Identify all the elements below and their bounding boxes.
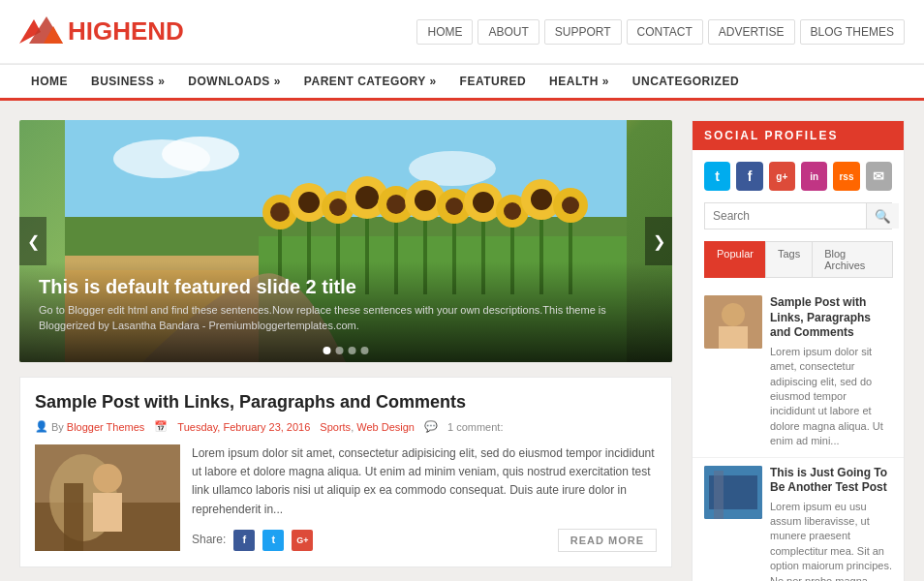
svg-point-5: [162, 137, 239, 171]
article-body: Lorem ipsum dolor sit amet, consectetur …: [35, 444, 657, 552]
article-meta: 👤 By Blogger Themes 📅 Tuesday, February …: [35, 420, 657, 433]
svg-point-26: [298, 192, 320, 213]
main-nav: HOME BUSINESS » DOWNLOADS » PARENT CATEG…: [0, 64, 924, 101]
top-nav-contact[interactable]: CONTACT: [627, 19, 703, 45]
slider-prev-button[interactable]: ❮: [19, 217, 46, 265]
nav-business[interactable]: BUSINESS »: [79, 65, 176, 98]
svg-rect-54: [719, 326, 748, 349]
article-tags: Sports, Web Design: [320, 421, 415, 433]
nav-downloads[interactable]: DOWNLOADS »: [176, 65, 293, 98]
svg-point-42: [531, 189, 552, 210]
nav-parent-category[interactable]: PARENT CATEGORY »: [293, 65, 448, 98]
search-box: 🔍: [704, 202, 892, 229]
share-googleplus-button[interactable]: G+: [292, 530, 313, 551]
tag-sports[interactable]: Sports: [320, 421, 351, 433]
search-input[interactable]: [705, 203, 866, 229]
svg-point-32: [386, 195, 406, 214]
top-nav: HOME ABOUT SUPPORT CONTACT ADVERTISE BLO…: [416, 19, 905, 45]
author-link[interactable]: Blogger Themes: [67, 421, 145, 433]
logo[interactable]: HIGHEND: [19, 15, 184, 48]
slider-description: Go to Blogger edit html and find these s…: [39, 303, 653, 333]
slider-dots: [323, 347, 369, 354]
share-twitter-button[interactable]: t: [262, 530, 284, 551]
slider-next-button[interactable]: ❯: [645, 217, 672, 265]
svg-rect-48: [64, 483, 83, 551]
article-thumbnail: [35, 444, 180, 551]
sidebar-post-1: Sample Post with Links, Paragraphs and C…: [693, 288, 904, 458]
top-nav-blog-themes[interactable]: BLOG THEMES: [800, 19, 905, 45]
user-icon: 👤: [35, 420, 48, 433]
article-comments[interactable]: 1 comment:: [447, 421, 503, 433]
main-content: ❮ ❯ This is default featured slide 2 tit…: [19, 120, 672, 581]
nav-featured[interactable]: FEATURED: [448, 65, 538, 98]
top-header: HIGHEND HOME ABOUT SUPPORT CONTACT ADVER…: [0, 0, 924, 64]
slider-title: This is default featured slide 2 title: [39, 276, 653, 298]
tag-webdesign[interactable]: Web Design: [356, 421, 415, 433]
tabs-row: Popular Tags Blog Archives: [704, 241, 892, 278]
svg-point-44: [562, 197, 579, 214]
social-facebook[interactable]: f: [736, 162, 762, 191]
slider-dot-1[interactable]: [323, 347, 331, 354]
svg-point-50: [93, 464, 122, 493]
nav-home[interactable]: HOME: [19, 65, 79, 98]
slider-dot-4[interactable]: [361, 347, 369, 354]
svg-point-53: [722, 303, 745, 326]
article-date-icon: 📅: [154, 420, 168, 433]
social-instagram[interactable]: in: [801, 162, 827, 191]
article-title[interactable]: Sample Post with Links, Paragraphs and C…: [35, 392, 657, 413]
social-email[interactable]: ✉: [866, 162, 892, 191]
sidebar: SOCIAL PROFILES t f g+ in rss ✉ 🔍 Popula…: [692, 120, 905, 581]
search-button[interactable]: 🔍: [866, 203, 899, 229]
svg-point-40: [504, 202, 521, 220]
svg-point-38: [473, 192, 494, 213]
social-profiles-header: SOCIAL PROFILES: [693, 121, 904, 150]
article-comments-icon: 💬: [424, 420, 438, 433]
sidebar-post-1-thumb: [704, 295, 762, 349]
svg-point-36: [446, 198, 463, 215]
logo-text: HIGHEND: [68, 16, 184, 46]
sidebar-post-2-info: This is Just Going To Be Another Test Po…: [770, 466, 892, 581]
sidebar-post-2-desc: Lorem ipsum eu usu assum liberavisse, ut…: [770, 500, 892, 581]
tab-tags[interactable]: Tags: [765, 241, 813, 278]
social-gplus[interactable]: g+: [769, 162, 795, 191]
share-label: Share:: [192, 531, 226, 549]
article-author: 👤 By Blogger Themes: [35, 420, 144, 433]
svg-rect-57: [714, 471, 724, 519]
top-nav-about[interactable]: ABOUT: [477, 19, 539, 45]
sidebar-post-2-title[interactable]: This is Just Going To Be Another Test Po…: [770, 466, 892, 496]
logo-icon: [19, 15, 63, 48]
svg-point-34: [415, 190, 436, 211]
sidebar-post-2-thumb: [704, 466, 762, 519]
svg-rect-51: [93, 493, 122, 532]
article-text: Lorem ipsum dolor sit amet, consectetur …: [192, 444, 657, 552]
sidebar-post-1-desc: Lorem ipsum dolor sit amet, consectetur …: [770, 345, 892, 449]
slider: ❮ ❯ This is default featured slide 2 tit…: [19, 120, 672, 362]
top-nav-support[interactable]: SUPPORT: [544, 19, 622, 45]
social-profiles-section: SOCIAL PROFILES t f g+ in rss ✉ 🔍 Popula…: [692, 120, 905, 581]
slider-dot-3[interactable]: [349, 347, 356, 354]
social-twitter[interactable]: t: [704, 162, 730, 191]
sidebar-post-2: This is Just Going To Be Another Test Po…: [693, 458, 904, 581]
tab-blog-archives[interactable]: Blog Archives: [812, 241, 893, 278]
read-more-button[interactable]: READ MORE: [558, 529, 657, 552]
svg-point-24: [270, 202, 290, 222]
top-nav-advertise[interactable]: ADVERTISE: [708, 19, 795, 45]
top-nav-home[interactable]: HOME: [416, 19, 473, 45]
slider-dot-2[interactable]: [336, 347, 344, 354]
article: Sample Post with Links, Paragraphs and C…: [19, 377, 672, 567]
share-facebook-button[interactable]: f: [233, 530, 255, 551]
nav-uncategorized[interactable]: UNCATEGORIZED: [621, 65, 751, 98]
social-rss[interactable]: rss: [833, 162, 859, 191]
article-thumb-image: [35, 444, 180, 551]
share-row: Share: f t G+ READ MORE: [192, 529, 657, 552]
article-date: Tuesday, February 23, 2016: [177, 421, 310, 433]
sidebar-post-1-title[interactable]: Sample Post with Links, Paragraphs and C…: [770, 295, 892, 341]
tab-popular[interactable]: Popular: [704, 241, 766, 278]
social-icons-row: t f g+ in rss ✉: [693, 150, 904, 202]
svg-point-30: [355, 186, 379, 209]
svg-point-28: [329, 199, 347, 216]
nav-health[interactable]: HEALTH »: [538, 65, 621, 98]
sidebar-post-1-info: Sample Post with Links, Paragraphs and C…: [770, 295, 892, 449]
